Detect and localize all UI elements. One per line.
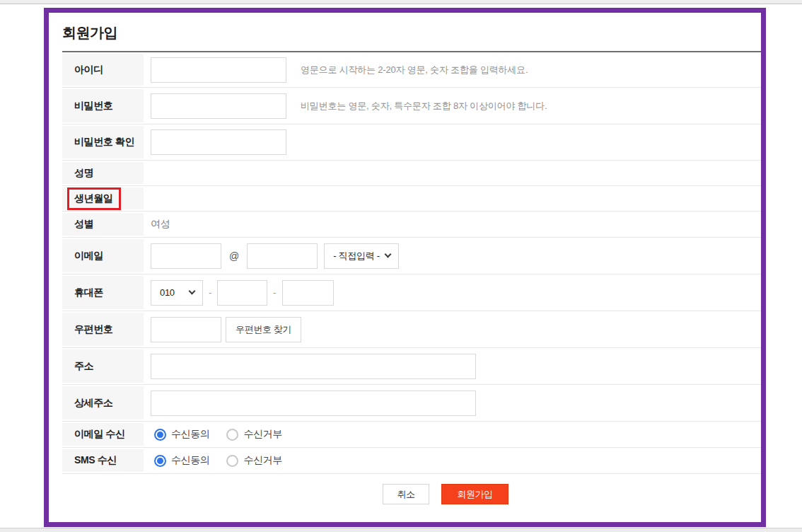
form-row-address: 주소	[62, 348, 761, 385]
email-optin-refuse-radio[interactable]	[226, 429, 238, 441]
form-row-name: 성명	[62, 161, 761, 186]
email-optin-refuse-label[interactable]: 수신거부	[243, 428, 281, 441]
phone-label: 휴대폰	[62, 274, 144, 311]
form-actions: 취소 회원가입	[96, 484, 795, 504]
at-symbol: @	[229, 250, 239, 262]
form-row-password-confirm: 비밀번호 확인	[62, 125, 761, 161]
birthdate-label: 생년월일	[62, 186, 144, 211]
password-confirm-label: 비밀번호 확인	[62, 125, 144, 160]
phone-separator: -	[209, 287, 211, 298]
postcode-input[interactable]	[151, 317, 221, 342]
signup-submit-button[interactable]: 회원가입	[441, 484, 508, 504]
signup-panel-annotation-border: 회원가입 아이디 영문으로 시작하는 2-20자 영문, 숫자 조합을 입력하세…	[44, 8, 766, 527]
form-row-phone: 휴대폰 010 - -	[62, 274, 761, 311]
email-optin-label: 이메일 수신	[62, 422, 144, 447]
page-top-divider	[0, 0, 802, 4]
sms-optin-agree-label[interactable]: 수신동의	[171, 454, 209, 467]
cancel-button[interactable]: 취소	[383, 484, 429, 504]
postcode-label: 우편번호	[62, 311, 144, 347]
gender-value: 여성	[151, 218, 170, 231]
email-domain-select[interactable]: - 직접입력 -	[324, 243, 399, 269]
email-label: 이메일	[62, 238, 144, 274]
password-hint: 비밀번호는 영문, 숫자, 특수문자 조합 8자 이상이어야 합니다.	[301, 100, 547, 112]
password-label: 비밀번호	[62, 88, 144, 124]
signup-form-table: 아이디 영문으로 시작하는 2-20자 영문, 숫자 조합을 입력하세요. 비밀…	[62, 51, 761, 474]
page-bottom-divider	[0, 528, 802, 532]
find-postcode-button[interactable]: 우편번호 찾기	[226, 317, 301, 342]
phone-prefix-select[interactable]: 010	[151, 280, 203, 306]
address-input[interactable]	[151, 354, 476, 379]
address-detail-input[interactable]	[151, 391, 476, 416]
red-highlight-box: 생년월일	[67, 187, 121, 210]
gender-label: 성별	[62, 212, 144, 237]
form-row-gender: 성별 여성	[62, 212, 761, 238]
name-label: 성명	[62, 161, 144, 185]
sms-optin-refuse-radio[interactable]	[226, 455, 238, 467]
page-title: 회원가입	[62, 23, 761, 42]
form-row-birthdate: 생년월일	[62, 186, 761, 212]
chevron-down-icon	[189, 288, 196, 295]
form-row-postcode: 우편번호 우편번호 찾기	[62, 311, 761, 348]
form-row-email: 이메일 @ - 직접입력 -	[62, 238, 761, 274]
form-row-password: 비밀번호 비밀번호는 영문, 숫자, 특수문자 조합 8자 이상이어야 합니다.	[62, 88, 761, 125]
email-local-input[interactable]	[151, 243, 221, 269]
id-input[interactable]	[151, 57, 286, 83]
password-confirm-input[interactable]	[151, 129, 286, 155]
address-detail-label: 상세주소	[62, 385, 144, 421]
form-row-address-detail: 상세주소	[62, 385, 761, 422]
sms-optin-agree-radio[interactable]	[154, 455, 166, 467]
address-label: 주소	[62, 348, 144, 384]
sms-optin-label: SMS 수신	[62, 448, 144, 473]
phone-middle-input[interactable]	[217, 280, 267, 306]
id-hint: 영문으로 시작하는 2-20자 영문, 숫자 조합을 입력하세요.	[301, 64, 528, 76]
form-row-email-optin: 이메일 수신 수신동의 수신거부	[62, 422, 761, 448]
email-optin-agree-label[interactable]: 수신동의	[171, 428, 209, 441]
email-domain-input[interactable]	[247, 243, 318, 269]
password-input[interactable]	[151, 93, 286, 119]
id-label: 아이디	[62, 52, 144, 87]
form-row-sms-optin: SMS 수신 수신동의 수신거부	[62, 448, 761, 474]
sms-optin-refuse-label[interactable]: 수신거부	[243, 454, 281, 467]
form-row-id: 아이디 영문으로 시작하는 2-20자 영문, 숫자 조합을 입력하세요.	[62, 52, 761, 88]
phone-last-input[interactable]	[282, 280, 334, 306]
email-optin-agree-radio[interactable]	[154, 429, 166, 441]
phone-separator: -	[273, 287, 276, 298]
chevron-down-icon	[385, 251, 392, 258]
